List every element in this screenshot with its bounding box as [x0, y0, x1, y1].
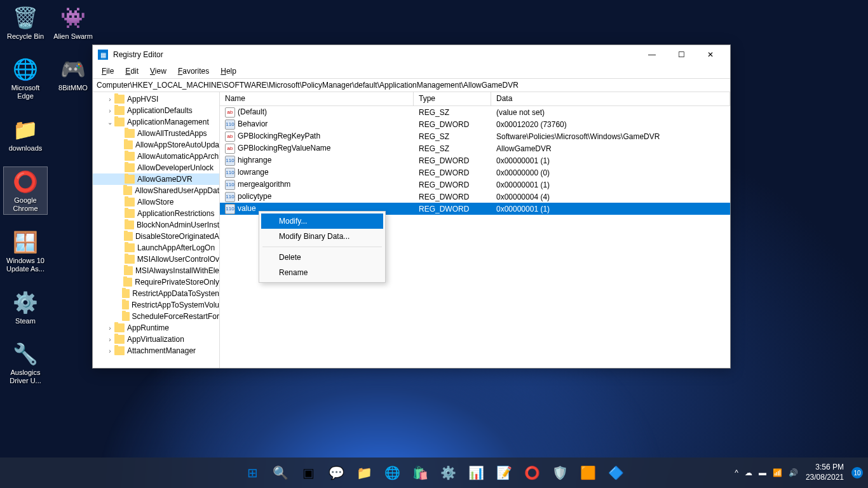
desktop-icon-alien-swarm[interactable]: 👾Alien Swarm — [51, 3, 95, 42]
clock[interactable]: 3:56 PM 23/08/2021 — [806, 463, 844, 482]
menu-file[interactable]: File — [97, 65, 119, 77]
tree-item[interactable]: ›AttachmentManager — [93, 345, 219, 356]
desktop-icon-steam[interactable]: ⚙️Steam — [3, 288, 48, 327]
registry-editor-window: ▦ Registry Editor — ☐ ✕ FileEditViewFavo… — [92, 44, 731, 369]
menu-view[interactable]: View — [145, 65, 172, 77]
value-row[interactable]: ab(Default)REG_SZ(value not set) — [220, 106, 730, 118]
taskbar-search[interactable]: 🔍 — [268, 460, 293, 485]
tree-item[interactable]: ApplicationRestrictions — [93, 208, 219, 219]
taskbar-word[interactable]: 📝 — [491, 460, 517, 485]
tree-expander-icon[interactable]: › — [105, 96, 114, 103]
folder-icon — [125, 220, 134, 229]
tree-item[interactable]: ›ApplicationDefaults — [93, 105, 219, 116]
taskbar-settings[interactable]: ⚙️ — [435, 460, 461, 485]
tree-expander-icon[interactable]: ⌄ — [105, 119, 114, 126]
tree-expander-icon[interactable]: › — [105, 107, 114, 114]
tree-item[interactable]: AllowAllTrustedApps — [93, 128, 219, 139]
tree-item[interactable]: RestrictAppToSystemVolu — [93, 299, 219, 311]
tree-item[interactable]: LaunchAppAfterLogOn — [93, 242, 219, 254]
tree-item[interactable]: ⌄ApplicationManagement — [93, 116, 219, 128]
taskbar-edge[interactable]: 🌐 — [379, 460, 405, 485]
desktop-icon-8bitmmo[interactable]: 🎮8BitMMO — [51, 55, 95, 93]
maximize-button[interactable]: ☐ — [667, 45, 696, 64]
tree-expander-icon[interactable]: › — [105, 336, 114, 343]
tree-item[interactable]: ›AppHVSI — [93, 93, 219, 105]
taskbar-taskview[interactable]: ▣ — [295, 460, 321, 485]
address-bar[interactable]: Computer\HKEY_LOCAL_MACHINE\SOFTWARE\Mic… — [93, 78, 730, 92]
tree-item[interactable]: AllowGameDVR — [93, 173, 219, 185]
value-row[interactable]: abGPBlockingRegValueNameREG_SZAllowGameD… — [220, 142, 730, 154]
value-row[interactable]: 110mergealgorithmREG_DWORD0x00000001 (1) — [220, 179, 730, 191]
tree-item[interactable]: ›AppVirtualization — [93, 334, 219, 345]
menu-edit[interactable]: Edit — [120, 65, 144, 77]
folder-icon — [125, 129, 135, 138]
tree-item[interactable]: BlockNonAdminUserInst — [93, 219, 219, 231]
value-type-icon: 110 — [225, 204, 235, 214]
tree-expander-icon[interactable]: › — [105, 348, 114, 355]
folder-icon — [114, 323, 125, 332]
tree-item[interactable]: MSIAlwaysInstallWithEle — [93, 265, 219, 276]
menu-favorites[interactable]: Favorites — [173, 65, 214, 77]
taskbar-security[interactable]: 🛡️ — [547, 460, 573, 485]
menu-item-modify-[interactable]: Modify... — [261, 214, 383, 229]
value-row[interactable]: abGPBlockingRegKeyPathREG_SZSoftware\Pol… — [220, 130, 730, 142]
tree-item[interactable]: AllowAppStoreAutoUpda — [93, 139, 219, 151]
tray-chevron-icon[interactable]: ^ — [735, 468, 738, 477]
tree-expander-icon[interactable]: › — [105, 325, 114, 332]
value-type-icon: ab — [225, 107, 235, 118]
taskbar-explorer[interactable]: 📁 — [351, 460, 377, 485]
desktop-icon-edge[interactable]: 🌐Microsoft Edge — [3, 55, 48, 102]
close-button[interactable]: ✕ — [696, 45, 725, 64]
desktop-icon-auslogics[interactable]: 🔧Auslogics Driver U... — [3, 339, 48, 386]
taskbar: ⊞🔍▣💬📁🌐🛍️⚙️📊📝⭕🛡️🟧🔷 ^ ☁ ▬ 📶 🔊 3:56 PM 23/0… — [0, 458, 868, 488]
desktop-icon-win10-update[interactable]: 🪟Windows 10 Update As... — [3, 227, 48, 274]
taskbar-app2[interactable]: 🟧 — [575, 460, 600, 485]
tree-item[interactable]: RequirePrivateStoreOnly — [93, 276, 219, 288]
value-row[interactable]: 110lowrangeREG_DWORD0x00000000 (0) — [220, 166, 730, 179]
folder-icon — [114, 346, 125, 355]
taskbar-app1[interactable]: 📊 — [463, 460, 489, 485]
folder-icon — [124, 232, 133, 241]
tree-item[interactable]: ScheduleForceRestartFor — [93, 311, 219, 322]
registry-tree[interactable]: ›AppHVSI›ApplicationDefaults⌄Application… — [93, 92, 220, 368]
col-type[interactable]: Type — [414, 92, 491, 105]
titlebar[interactable]: ▦ Registry Editor — ☐ ✕ — [93, 45, 730, 64]
value-row[interactable]: 110highrangeREG_DWORD0x00000001 (1) — [220, 154, 730, 166]
menu-item-delete[interactable]: Delete — [261, 250, 383, 265]
desktop-icon-recycle-bin[interactable]: 🗑️Recycle Bin — [3, 3, 48, 42]
minimize-button[interactable]: — — [637, 45, 667, 64]
tree-item[interactable]: AllowSharedUserAppDat — [93, 185, 219, 196]
menu-item-modify-binary-data-[interactable]: Modify Binary Data... — [261, 229, 383, 244]
auslogics-icon: 🔧 — [12, 341, 39, 367]
folder-icon — [114, 95, 125, 104]
taskbar-start[interactable]: ⊞ — [240, 460, 265, 485]
wifi-icon[interactable]: 📶 — [773, 468, 782, 477]
notification-badge[interactable]: 10 — [851, 467, 863, 478]
value-row[interactable]: 110BehaviorREG_DWORD0x00012020 (73760) — [220, 118, 730, 130]
tree-item[interactable]: AllowDeveloperUnlock — [93, 162, 219, 173]
tree-item[interactable]: ›AppRuntime — [93, 322, 219, 334]
system-tray[interactable]: ^ ☁ ▬ 📶 🔊 — [735, 468, 798, 477]
menu-help[interactable]: Help — [215, 65, 241, 77]
list-header[interactable]: Name Type Data — [220, 92, 730, 106]
tree-item[interactable]: AllowAutomaticAppArch — [93, 151, 219, 162]
col-name[interactable]: Name — [220, 92, 414, 105]
onedrive-icon[interactable]: ☁ — [745, 468, 752, 477]
tree-item[interactable]: MSIAllowUserControlOv — [93, 254, 219, 265]
col-data[interactable]: Data — [491, 92, 730, 105]
taskbar-chat[interactable]: 💬 — [323, 460, 349, 485]
tree-item[interactable]: RestrictAppDataToSysten — [93, 288, 219, 299]
taskbar-chrome[interactable]: ⭕ — [519, 460, 545, 485]
chrome-icon: ⭕ — [12, 168, 39, 195]
battery-icon[interactable]: ▬ — [759, 468, 766, 477]
volume-icon[interactable]: 🔊 — [789, 468, 798, 477]
tree-item[interactable]: AllowStore — [93, 196, 219, 208]
value-row[interactable]: 110policytypeREG_DWORD0x00000004 (4) — [220, 191, 730, 203]
taskbar-store[interactable]: 🛍️ — [407, 460, 433, 485]
desktop-icon-downloads[interactable]: 📁downloads — [3, 115, 48, 154]
taskbar-regedit[interactable]: 🔷 — [603, 460, 628, 485]
desktop-icon-chrome[interactable]: ⭕Google Chrome — [3, 166, 48, 215]
menu-item-rename[interactable]: Rename — [261, 265, 383, 280]
folder-icon — [125, 163, 135, 172]
tree-item[interactable]: DisableStoreOriginatedA — [93, 231, 219, 242]
